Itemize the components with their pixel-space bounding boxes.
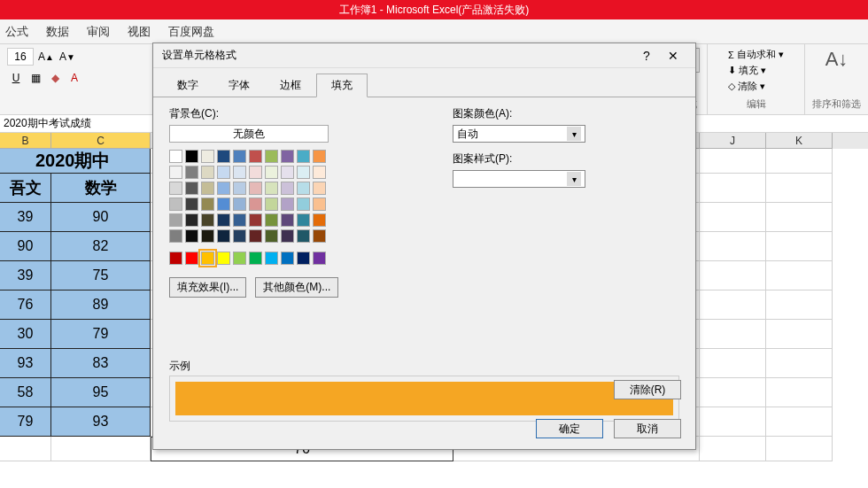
cancel-button[interactable]: 取消: [614, 419, 681, 438]
color-swatch[interactable]: [217, 252, 230, 265]
color-swatch[interactable]: [281, 252, 294, 265]
table-cell[interactable]: 39: [0, 203, 51, 232]
color-swatch[interactable]: [281, 198, 294, 211]
color-swatch[interactable]: [169, 252, 182, 265]
table-cell[interactable]: 39: [0, 261, 51, 290]
color-swatch[interactable]: [297, 229, 310, 243]
color-swatch[interactable]: [265, 213, 278, 227]
color-swatch[interactable]: [265, 182, 278, 195]
table-cell[interactable]: 83: [51, 349, 151, 378]
color-swatch[interactable]: [201, 166, 214, 179]
header-b[interactable]: 吾文: [0, 174, 51, 203]
menu-formula[interactable]: 公式: [5, 24, 28, 40]
color-swatch[interactable]: [265, 198, 278, 211]
close-button[interactable]: ✕: [660, 49, 686, 63]
color-swatch[interactable]: [265, 166, 278, 179]
table-cell[interactable]: 90: [51, 203, 151, 232]
menu-view[interactable]: 视图: [128, 24, 151, 40]
header-c[interactable]: 数学: [51, 174, 151, 203]
table-cell[interactable]: 75: [51, 261, 151, 290]
color-swatch[interactable]: [185, 252, 198, 265]
font-size-input[interactable]: [7, 48, 34, 66]
color-swatch[interactable]: [281, 229, 294, 243]
help-button[interactable]: ?: [633, 49, 660, 63]
ok-button[interactable]: 确定: [536, 419, 603, 438]
table-cell[interactable]: 58: [0, 378, 51, 407]
table-cell[interactable]: 79: [51, 320, 151, 349]
table-cell[interactable]: 90: [0, 232, 51, 261]
color-swatch[interactable]: [313, 229, 326, 243]
col-header-B[interactable]: B: [0, 133, 51, 149]
color-swatch[interactable]: [233, 213, 246, 227]
color-swatch[interactable]: [217, 166, 230, 179]
color-swatch[interactable]: [169, 213, 182, 227]
increase-font-icon[interactable]: A▲: [37, 48, 55, 66]
auto-sum-button[interactable]: Σ自动求和▾: [728, 48, 784, 61]
table-cell[interactable]: 89: [51, 290, 151, 320]
color-swatch[interactable]: [297, 252, 310, 265]
table-cell[interactable]: 76: [0, 290, 51, 320]
color-swatch[interactable]: [185, 150, 198, 163]
color-swatch[interactable]: [201, 213, 214, 227]
color-swatch[interactable]: [169, 229, 182, 243]
color-swatch[interactable]: [313, 213, 326, 227]
col-header-C[interactable]: C: [51, 133, 151, 149]
font-color-icon[interactable]: A: [66, 69, 83, 87]
color-swatch[interactable]: [265, 252, 278, 265]
color-swatch[interactable]: [201, 198, 214, 211]
sort-filter-icon[interactable]: A↓: [825, 48, 849, 71]
color-swatch[interactable]: [217, 150, 230, 163]
sheet-title[interactable]: 2020期中: [0, 149, 151, 174]
color-swatch[interactable]: [169, 166, 182, 179]
col-header-K[interactable]: K: [766, 133, 833, 149]
color-swatch[interactable]: [297, 150, 310, 163]
color-swatch[interactable]: [249, 229, 262, 243]
decrease-font-icon[interactable]: A▼: [58, 48, 76, 66]
color-swatch[interactable]: [249, 213, 262, 227]
color-swatch[interactable]: [249, 252, 262, 265]
color-swatch[interactable]: [281, 150, 294, 163]
color-swatch[interactable]: [201, 182, 214, 195]
pattern-style-select[interactable]: ▾: [453, 170, 585, 188]
clear-button[interactable]: 清除(R): [614, 380, 681, 399]
table-cell[interactable]: 82: [51, 232, 151, 261]
color-swatch[interactable]: [297, 166, 310, 179]
fill-color-icon[interactable]: ◆: [46, 69, 64, 87]
color-swatch[interactable]: [297, 182, 310, 195]
color-swatch[interactable]: [233, 166, 246, 179]
color-swatch[interactable]: [169, 150, 182, 163]
fill-effects-button[interactable]: 填充效果(I)...: [169, 277, 246, 298]
table-cell[interactable]: 95: [51, 378, 151, 407]
color-swatch[interactable]: [265, 150, 278, 163]
col-header-J[interactable]: J: [700, 133, 766, 149]
tab-font[interactable]: 字体: [213, 74, 265, 97]
color-swatch[interactable]: [233, 198, 246, 211]
color-swatch[interactable]: [313, 150, 326, 163]
tab-fill[interactable]: 填充: [316, 74, 368, 97]
color-swatch[interactable]: [233, 252, 246, 265]
table-cell[interactable]: 30: [0, 320, 51, 349]
tab-number[interactable]: 数字: [162, 74, 213, 97]
color-swatch[interactable]: [297, 213, 310, 227]
pattern-color-select[interactable]: 自动 ▾: [453, 125, 585, 143]
menu-baidu[interactable]: 百度网盘: [168, 24, 214, 40]
color-swatch[interactable]: [249, 150, 262, 163]
color-swatch[interactable]: [233, 229, 246, 243]
no-color-button[interactable]: 无颜色: [169, 125, 329, 143]
tab-border[interactable]: 边框: [265, 74, 316, 97]
color-swatch[interactable]: [233, 182, 246, 195]
color-swatch[interactable]: [217, 229, 230, 243]
color-swatch[interactable]: [233, 150, 246, 163]
color-swatch[interactable]: [201, 229, 214, 243]
color-swatch[interactable]: [185, 166, 198, 179]
color-swatch[interactable]: [217, 198, 230, 211]
table-cell[interactable]: 93: [0, 349, 51, 378]
color-swatch[interactable]: [185, 229, 198, 243]
color-swatch[interactable]: [201, 150, 214, 163]
color-swatch[interactable]: [249, 166, 262, 179]
color-swatch[interactable]: [313, 166, 326, 179]
color-swatch[interactable]: [185, 182, 198, 195]
color-swatch[interactable]: [281, 213, 294, 227]
color-swatch[interactable]: [265, 229, 278, 243]
color-swatch[interactable]: [249, 182, 262, 195]
